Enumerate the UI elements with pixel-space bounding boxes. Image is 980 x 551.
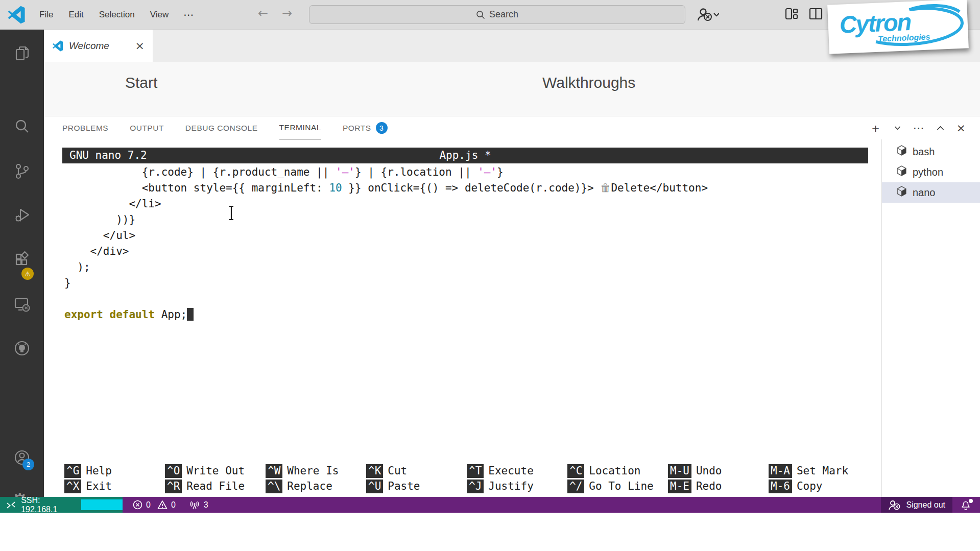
nano-shortcut: ^OWrite Out: [165, 463, 266, 478]
account-x-icon: [888, 500, 901, 510]
nano-code[interactable]: {r.code} | {r.product_name || '–'} | {r.…: [64, 164, 708, 323]
signed-out-status[interactable]: Signed out: [881, 497, 952, 513]
menu-file[interactable]: File: [32, 7, 61, 23]
new-terminal-icon[interactable]: ＋: [870, 122, 882, 134]
panel-tab-terminal[interactable]: TERMINAL: [279, 116, 321, 139]
account-signed-out-icon[interactable]: [697, 7, 719, 21]
terminal-label: python: [913, 166, 943, 178]
run-debug-icon[interactable]: [13, 206, 31, 224]
vscode-tab-icon: [52, 40, 63, 52]
menu-selection[interactable]: Selection: [91, 7, 142, 23]
code-line: </div>: [64, 244, 708, 259]
terminal-item-nano[interactable]: nano: [882, 182, 980, 203]
explorer-icon[interactable]: [13, 44, 31, 63]
extensions-icon[interactable]: [13, 250, 31, 269]
close-panel-icon[interactable]: ×: [957, 123, 966, 134]
welcome-page: Start Walkthroughs: [44, 62, 980, 116]
terminal-list: bash python nano: [881, 139, 980, 497]
error-icon: [133, 500, 142, 510]
code-line: {r.code} | {r.product_name || '–'} | {r.…: [64, 164, 708, 180]
panel-more-icon[interactable]: ⋯: [913, 123, 924, 134]
terminal-item-python[interactable]: python: [882, 162, 980, 182]
tab-welcome[interactable]: Welcome ×: [44, 30, 153, 62]
ports-status[interactable]: 3: [189, 500, 208, 510]
warning-count: 0: [171, 500, 176, 510]
search-placeholder: Search: [489, 9, 518, 20]
remote-explorer-icon[interactable]: [13, 295, 31, 314]
code-line: </ul>: [64, 228, 708, 244]
extensions-warning-badge: ⚠: [21, 268, 34, 280]
panel-tab-ports[interactable]: PORTS 3: [343, 116, 388, 139]
nano-filename: App.js *: [62, 148, 868, 163]
signed-out-label: Signed out: [906, 500, 945, 510]
nano-shortcuts: ^GHelp^XExit^OWrite Out^RRead File^WWher…: [64, 463, 869, 494]
notification-dot: [969, 499, 973, 503]
nano-shortcut: ^XExit: [64, 478, 165, 494]
panel-actions: ＋ ⋯ ×: [870, 116, 966, 139]
terminal-label: nano: [913, 187, 936, 199]
terminal-label: bash: [913, 146, 935, 158]
panel-tabbar: PROBLEMS OUTPUT DEBUG CONSOLE TERMINAL P…: [62, 116, 388, 139]
error-count: 0: [146, 500, 151, 510]
nano-shortcut: M-ASet Mark: [769, 463, 869, 478]
bottom-panel: PROBLEMS OUTPUT DEBUG CONSOLE TERMINAL P…: [44, 116, 980, 497]
more-menus-icon[interactable]: ⋯: [176, 9, 202, 21]
code-line: );: [64, 259, 708, 275]
panel-tab-problems[interactable]: PROBLEMS: [62, 116, 108, 139]
maximize-panel-icon[interactable]: [937, 126, 944, 131]
code-line: [64, 291, 708, 307]
start-heading: Start: [125, 74, 157, 91]
search-input[interactable]: Search: [309, 5, 685, 24]
warning-icon: [157, 500, 168, 510]
problems-status[interactable]: 0 0: [133, 500, 176, 510]
nano-shortcut: ^WWhere Is: [266, 463, 366, 478]
terminal-icon: [896, 145, 907, 156]
tab-welcome-label: Welcome: [69, 40, 109, 52]
vscode-logo-icon: [7, 6, 26, 24]
nano-shortcut: ^UPaste: [366, 478, 467, 494]
remote-indicator[interactable]: SSH: 192.168.1: [0, 497, 123, 513]
nano-shortcut: M-ERedo: [668, 478, 769, 494]
notifications-bell[interactable]: [952, 497, 980, 513]
search-icon: [476, 10, 485, 19]
nano-shortcut: ^JJustify: [467, 478, 567, 494]
remote-host-label: SSH: 192.168.1: [21, 496, 76, 514]
radio-tower-icon: [189, 500, 200, 510]
activity-bar: ⚠ 2 ⚙: [0, 30, 44, 497]
forward-arrow-icon[interactable]: →: [282, 6, 292, 20]
terminal-icon: [896, 186, 907, 197]
customize-layout-icon[interactable]: [784, 7, 798, 21]
panel-tab-output[interactable]: OUTPUT: [130, 116, 164, 139]
panel-tab-debug-console[interactable]: DEBUG CONSOLE: [185, 116, 258, 139]
text-cursor-pointer: [227, 205, 236, 221]
walkthroughs-heading: Walkthroughs: [542, 74, 635, 91]
menu-bar: File Edit Selection View ⋯: [32, 0, 202, 30]
nano-shortcut: ^/Go To Line: [567, 478, 668, 494]
terminal-icon-slot: [896, 145, 907, 158]
nano-shortcut: ^TExecute: [467, 463, 567, 478]
vscode-window: File Edit Selection View ⋯ ← → Search: [0, 0, 980, 551]
source-control-icon[interactable]: [13, 162, 31, 180]
nano-shortcut: M-6Copy: [769, 478, 869, 494]
split-editor-icon[interactable]: [809, 7, 823, 21]
forwarded-ports-count: 3: [204, 500, 208, 510]
statusbar-right: Signed out: [881, 497, 980, 513]
ports-count-badge: 3: [376, 122, 388, 134]
redacted-ip: [81, 499, 123, 510]
accounts-badge: 2: [22, 459, 34, 470]
panel-tab-ports-label: PORTS: [343, 124, 371, 133]
menu-view[interactable]: View: [142, 7, 177, 23]
terminal-item-bash[interactable]: bash: [882, 141, 980, 162]
nano-shortcut: ^GHelp: [64, 463, 165, 478]
nano-shortcut: M-UUndo: [668, 463, 769, 478]
terminal-dropdown-icon[interactable]: [894, 126, 901, 130]
terminal-icon-slot: [896, 165, 907, 179]
back-arrow-icon[interactable]: ←: [258, 6, 268, 20]
tab-close-icon[interactable]: ×: [135, 39, 145, 52]
code-line: ))}: [64, 212, 708, 228]
github-icon[interactable]: [13, 339, 31, 357]
code-line: <button style={{ marginLeft: 10 }} onCli…: [64, 180, 708, 196]
remote-icon: [6, 501, 16, 509]
search-activity-icon[interactable]: [13, 117, 31, 136]
menu-edit[interactable]: Edit: [61, 7, 91, 23]
